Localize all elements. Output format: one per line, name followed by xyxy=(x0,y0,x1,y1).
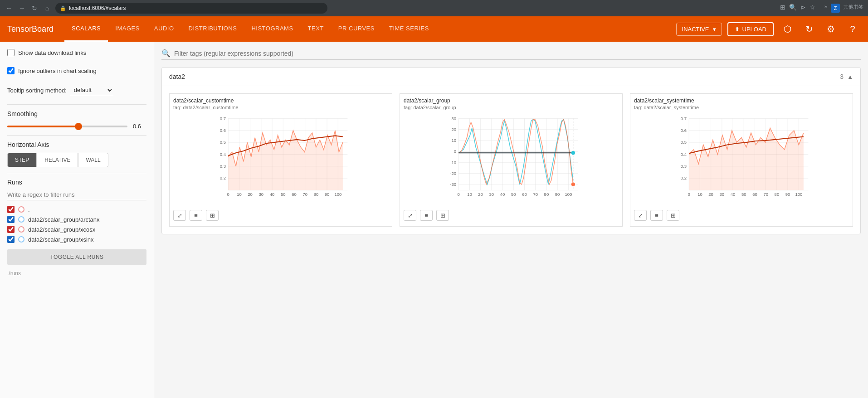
nav-distributions[interactable]: DISTRIBUTIONS xyxy=(181,16,244,42)
chart-group-svg: 30 20 10 0 -10 -20 -30 0 10 20 30 xyxy=(404,114,619,204)
chart-systemtime-fullscreen[interactable]: ⤢ xyxy=(634,210,647,221)
svg-text:10: 10 xyxy=(467,192,472,197)
run-item-dot: . xyxy=(7,206,146,213)
ignore-outliers-checkbox[interactable] xyxy=(7,67,15,74)
chart-customtime-svg: 0.7 0.6 0.5 0.4 0.3 0.2 0 10 20 30 40 xyxy=(173,114,388,204)
svg-text:60: 60 xyxy=(292,192,297,197)
chart-customtime-fullscreen[interactable]: ⤢ xyxy=(173,210,186,221)
home-button[interactable]: ⌂ xyxy=(43,4,52,13)
chart-customtime-fit[interactable]: ⊞ xyxy=(206,210,219,221)
tooltip-select[interactable]: default descending ascending xyxy=(70,85,113,95)
status-dropdown[interactable]: INACTIVE ▾ xyxy=(676,23,722,36)
runs-section: Runs . data2/scalar_group/arctanx data2/… xyxy=(7,179,146,277)
svg-text:0.5: 0.5 xyxy=(681,140,687,145)
nav-time-series[interactable]: TIME SERIES xyxy=(382,16,436,42)
chart-group-fullscreen[interactable]: ⤢ xyxy=(404,210,416,221)
svg-text:30: 30 xyxy=(451,116,456,121)
chart-customtime-svg-container: 0.7 0.6 0.5 0.4 0.3 0.2 0 10 20 30 40 xyxy=(173,114,388,204)
svg-text:30: 30 xyxy=(489,192,494,197)
plugins-button[interactable]: ⬡ xyxy=(779,21,795,37)
upload-button[interactable]: ⬆ UPLOAD xyxy=(727,22,774,36)
smoothing-section: Smoothing 0.6 xyxy=(7,110,146,130)
forward-button[interactable]: → xyxy=(17,4,26,13)
chart-group-title: data2/scalar_group xyxy=(404,97,619,104)
svg-text:100: 100 xyxy=(565,192,572,197)
chart-systemtime-title: data2/scalar_systemtime xyxy=(634,97,849,104)
run-checkbox-xcosx[interactable] xyxy=(7,226,15,233)
nav-text[interactable]: TEXT xyxy=(301,16,331,42)
header-right: INACTIVE ▾ ⬆ UPLOAD ⬡ ↻ ⚙ ? xyxy=(676,21,861,37)
smoothing-slider[interactable] xyxy=(7,126,127,127)
filter-tags-input[interactable] xyxy=(174,50,861,57)
svg-text:-30: -30 xyxy=(450,182,456,187)
content-area: 🔍 data2 3 ▲ data2/scalar_customtime tag:… xyxy=(154,42,868,398)
toggle-all-runs-button[interactable]: TOGGLE ALL RUNS xyxy=(7,249,146,265)
relative-button[interactable]: RELATIVE xyxy=(37,153,78,167)
show-download-item: Show data download links xyxy=(7,49,146,60)
run-item-xcosx: data2/scalar_group/xcosx xyxy=(7,226,146,233)
svg-text:-10: -10 xyxy=(450,160,456,165)
upload-icon: ⬆ xyxy=(735,26,740,33)
run-checkbox-arctanx[interactable] xyxy=(7,216,15,223)
collapse-icon[interactable]: ▲ xyxy=(847,73,853,80)
svg-text:50: 50 xyxy=(281,192,286,197)
chart-systemtime-data[interactable]: ≡ xyxy=(650,210,663,221)
svg-text:0: 0 xyxy=(458,192,460,197)
section-title: data2 xyxy=(169,73,185,80)
wall-button[interactable]: WALL xyxy=(78,153,108,167)
nav-images[interactable]: IMAGES xyxy=(108,16,147,42)
svg-text:0.3: 0.3 xyxy=(220,164,226,169)
svg-text:40: 40 xyxy=(731,192,736,197)
svg-text:90: 90 xyxy=(325,192,330,197)
svg-text:100: 100 xyxy=(795,192,802,197)
filter-search-icon: 🔍 xyxy=(161,49,171,58)
refresh-button[interactable]: ↻ xyxy=(30,4,39,13)
chart-group-data[interactable]: ≡ xyxy=(420,210,433,221)
axis-button-group: STEP RELATIVE WALL xyxy=(7,153,146,167)
svg-text:70: 70 xyxy=(533,192,538,197)
run-checkbox-xsinx[interactable] xyxy=(7,236,15,243)
run-circle-arctanx xyxy=(18,216,24,223)
chart-group-svg-container: 30 20 10 0 -10 -20 -30 0 10 20 30 xyxy=(404,114,619,204)
run-name-arctanx: data2/scalar_group/arctanx xyxy=(28,216,100,223)
runs-filter-input[interactable] xyxy=(7,189,146,200)
help-button[interactable]: ? xyxy=(844,21,861,37)
run-circle-xsinx xyxy=(18,236,24,243)
nav-pr-curves[interactable]: PR CURVES xyxy=(331,16,382,42)
svg-text:0: 0 xyxy=(227,192,229,197)
zoom-icon: 🔍 xyxy=(789,4,797,13)
back-button[interactable]: ← xyxy=(5,4,14,13)
show-download-row[interactable]: Show data download links xyxy=(7,49,146,56)
star-icon: ☆ xyxy=(809,4,815,13)
settings-button[interactable]: ⚙ xyxy=(823,21,839,37)
divider-2 xyxy=(7,135,146,136)
run-circle-xcosx xyxy=(18,226,24,233)
chart-systemtime-tag: tag: data2/scalar_systemtime xyxy=(634,105,849,110)
step-button[interactable]: STEP xyxy=(7,153,37,167)
svg-text:90: 90 xyxy=(555,192,560,197)
svg-text:50: 50 xyxy=(511,192,516,197)
svg-text:30: 30 xyxy=(720,192,725,197)
tooltip-label: Tooltip sorting method: xyxy=(7,87,67,94)
screenshot-icon: ⊞ xyxy=(780,4,785,13)
chart-customtime-data[interactable]: ≡ xyxy=(190,210,202,221)
svg-text:0.6: 0.6 xyxy=(681,128,687,133)
section-card-data2: data2 3 ▲ data2/scalar_customtime tag: d… xyxy=(161,67,861,234)
svg-text:40: 40 xyxy=(270,192,275,197)
show-download-checkbox[interactable] xyxy=(7,49,15,56)
chart-customtime-title: data2/scalar_customtime xyxy=(173,97,388,104)
chart-customtime-tag: tag: data2/scalar_customtime xyxy=(173,105,388,110)
nav-audio[interactable]: AUDIO xyxy=(147,16,181,42)
nav-histograms[interactable]: HISTOGRAMS xyxy=(244,16,300,42)
refresh-data-button[interactable]: ↻ xyxy=(801,21,817,37)
ignore-outliers-row[interactable]: Ignore outliers in chart scaling xyxy=(7,67,146,74)
horizontal-axis-section: Horizontal Axis STEP RELATIVE WALL xyxy=(7,141,146,167)
run-checkbox-dot[interactable] xyxy=(7,206,15,213)
nav-scalars[interactable]: SCALARS xyxy=(64,16,108,42)
csdn-label: 其他书签 xyxy=(844,4,863,13)
run-name-xsinx: data2/scalar_group/xsinx xyxy=(28,236,94,243)
svg-text:20: 20 xyxy=(248,192,253,197)
divider-3 xyxy=(7,173,146,173)
chart-group-fit[interactable]: ⊞ xyxy=(436,210,449,221)
chart-systemtime-fit[interactable]: ⊞ xyxy=(667,210,679,221)
